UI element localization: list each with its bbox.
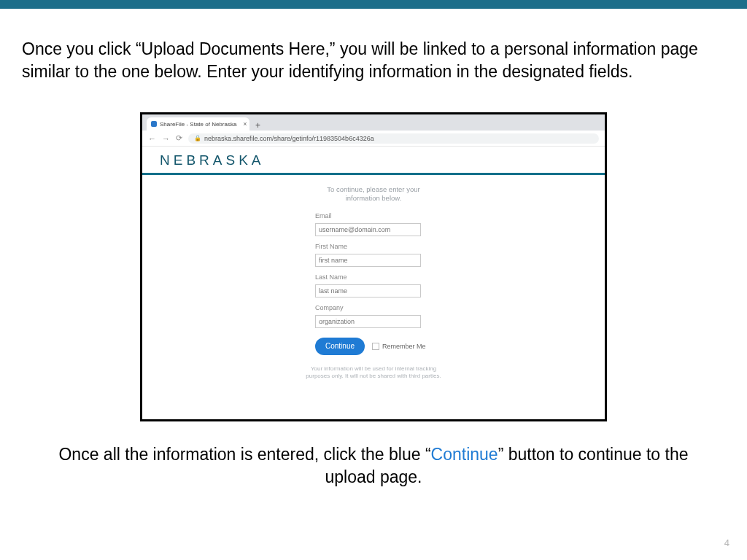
- outro-pre: Once all the information is entered, cli…: [58, 445, 430, 464]
- disclaimer-line1: Your information will be used for intern…: [311, 365, 436, 372]
- nebraska-logo: NEBRASKA: [160, 152, 587, 168]
- outro-link-word: Continue: [431, 445, 498, 464]
- forward-icon[interactable]: →: [162, 134, 170, 143]
- slide-top-bar: [0, 0, 747, 9]
- last-name-label: Last Name: [315, 273, 421, 281]
- sharefile-favicon: [151, 121, 157, 127]
- company-label: Company: [315, 304, 421, 311]
- url-field[interactable]: 🔒 nebraska.sharefile.com/share/getinfo/r…: [188, 133, 599, 144]
- new-tab-icon[interactable]: +: [252, 120, 263, 131]
- last-name-field-group: Last Name: [315, 273, 421, 298]
- remember-me[interactable]: Remember Me: [372, 343, 426, 350]
- remember-me-label: Remember Me: [382, 343, 426, 350]
- back-icon[interactable]: ←: [148, 134, 156, 143]
- lock-icon: 🔒: [194, 135, 201, 141]
- form-inner: To continue, please enter your informati…: [293, 185, 454, 419]
- browser-address-bar: ← → ⟳ 🔒 nebraska.sharefile.com/share/get…: [142, 131, 605, 147]
- browser-screenshot: ShareFile - State of Nebraska × + ← → ⟳ …: [140, 112, 607, 421]
- continue-row: Continue Remember Me: [315, 338, 426, 355]
- disclaimer-line2: purposes only. It will not be shared wit…: [306, 373, 441, 379]
- first-name-label: First Name: [315, 243, 421, 250]
- prompt-line2: information below.: [346, 194, 402, 202]
- intro-paragraph: Once you click “Upload Documents Here,” …: [0, 9, 747, 90]
- browser-tab[interactable]: ShareFile - State of Nebraska ×: [147, 117, 249, 131]
- outro-paragraph: Once all the information is entered, cli…: [0, 421, 747, 489]
- company-field-group: Company: [315, 304, 421, 328]
- continue-button[interactable]: Continue: [315, 338, 365, 355]
- first-name-field-group: First Name: [315, 243, 421, 267]
- prompt-line1: To continue, please enter your: [327, 185, 419, 193]
- site-header: NEBRASKA: [142, 147, 605, 173]
- remember-me-checkbox[interactable]: [372, 343, 379, 350]
- first-name-field[interactable]: [315, 254, 421, 267]
- privacy-disclaimer: Your information will be used for intern…: [304, 365, 443, 381]
- screenshot-container: ShareFile - State of Nebraska × + ← → ⟳ …: [0, 112, 747, 421]
- form-area: To continue, please enter your informati…: [142, 175, 605, 419]
- browser-tab-strip: ShareFile - State of Nebraska × +: [142, 114, 605, 131]
- email-field-group: Email: [315, 212, 421, 236]
- last-name-field[interactable]: [315, 284, 421, 298]
- url-text: nebraska.sharefile.com/share/getinfo/r11…: [204, 135, 374, 142]
- reload-icon[interactable]: ⟳: [176, 133, 182, 143]
- page-number: 4: [724, 537, 729, 548]
- company-field[interactable]: [315, 315, 421, 328]
- email-field[interactable]: [315, 223, 421, 236]
- tab-title: ShareFile - State of Nebraska: [160, 121, 236, 128]
- form-prompt: To continue, please enter your informati…: [327, 185, 419, 203]
- email-label: Email: [315, 212, 421, 219]
- close-icon[interactable]: ×: [243, 120, 247, 128]
